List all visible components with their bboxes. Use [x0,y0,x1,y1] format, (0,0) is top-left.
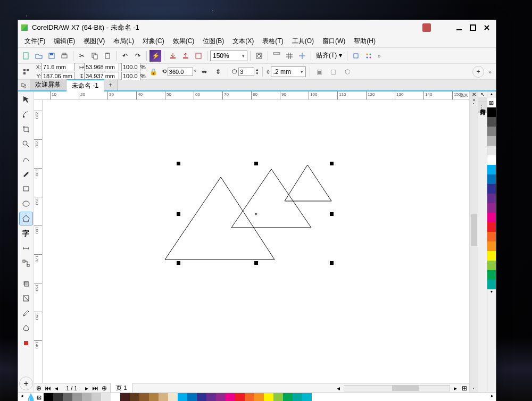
palette-down-icon[interactable]: ▾ [487,289,496,296]
vertical-ruler[interactable]: 220210200190180170160150140 [34,100,43,383]
publish-pdf-button[interactable] [193,50,204,62]
cursor-hint-icon[interactable]: ↖ [478,91,487,97]
color-swatch[interactable] [72,393,82,401]
open-button[interactable] [33,50,45,62]
color-swatch[interactable] [168,393,178,401]
color-swatch[interactable] [487,194,496,203]
collapse-icon[interactable]: ˄ [470,103,478,108]
presets-button[interactable] [20,66,32,78]
selection-handle[interactable] [177,162,180,165]
no-fill-swatch[interactable]: ⊠ [34,393,44,401]
export-button[interactable] [180,50,192,62]
selection-handle[interactable] [254,162,258,165]
to-front-button[interactable]: ▣ [314,66,326,78]
last-page-button[interactable]: ⏭ [92,382,98,393]
paste-button[interactable] [102,50,113,62]
color-swatch[interactable] [120,393,130,401]
menu-tools[interactable]: 工具(O) [288,36,318,47]
import-button[interactable] [167,50,179,62]
scale-y-input[interactable] [121,72,140,80]
menu-bitmaps[interactable]: 位图(B) [198,36,228,47]
color-swatch[interactable] [487,136,496,146]
show-guidelines-button[interactable] [296,50,308,62]
artistic-media-tool[interactable] [19,167,33,181]
color-swatch[interactable] [226,393,235,401]
freehand-tool[interactable] [19,152,33,166]
color-swatch[interactable] [139,393,149,401]
color-swatch[interactable] [254,393,264,401]
color-swatch[interactable] [487,146,496,155]
color-swatch[interactable] [197,393,206,401]
search-content-button[interactable]: ⚡ [149,50,161,62]
palette-right-icon[interactable]: ▸ [488,393,496,401]
propbar-overflow-icon[interactable]: » [486,69,494,75]
color-swatch[interactable] [44,393,53,401]
menu-table[interactable]: 表格(T) [258,36,287,47]
vertical-scrollbar[interactable] [470,108,478,387]
color-swatch[interactable] [487,241,496,251]
next-page-button[interactable]: ▸ [84,382,90,393]
to-back-button[interactable]: ▢ [328,66,339,78]
color-swatch[interactable] [101,393,111,401]
color-swatch[interactable] [487,174,496,184]
rotation-input[interactable] [168,68,193,76]
selection-handle[interactable] [254,261,258,265]
color-swatch[interactable] [487,155,496,165]
convert-curves-button[interactable]: ⬡ [342,66,353,78]
new-button[interactable] [20,50,32,62]
color-swatch[interactable] [159,393,168,401]
color-swatch[interactable] [487,222,496,232]
mirror-h-button[interactable]: ⇔ [198,66,210,78]
toolbox-customize-button[interactable]: ＋ [19,377,33,390]
quick-customize-button[interactable]: ＋ [472,66,484,78]
color-swatch[interactable] [130,393,139,401]
options-button[interactable] [350,50,362,62]
color-swatch[interactable] [178,393,187,401]
crop-tool[interactable] [19,122,33,136]
app-launcher-button[interactable] [363,50,375,62]
docker-hints[interactable]: 提示 [478,97,487,102]
interactive-fill-tool[interactable] [19,321,33,335]
new-tab-button[interactable]: ＋ [104,79,118,90]
minimize-button[interactable] [452,21,466,35]
toolbar-overflow-icon[interactable]: » [376,53,383,59]
horizontal-scrollbar[interactable] [344,385,450,391]
color-swatch[interactable] [487,270,496,280]
color-swatch[interactable] [293,393,302,401]
ellipse-tool[interactable] [19,197,33,211]
tab-document[interactable]: 未命名 -1 [66,79,104,91]
width-input[interactable] [84,63,119,71]
hscroll-left-button[interactable]: ◂ [335,382,342,393]
undo-button[interactable]: ↶ [119,50,131,62]
drawing-canvas[interactable]: × [43,100,469,383]
mirror-v-button[interactable]: ⇕ [212,66,224,78]
pick-tool[interactable] [19,93,33,106]
navigator-button[interactable]: ⊞ [461,382,468,393]
menu-layout[interactable]: 布局(L) [109,36,138,47]
no-color-swatch[interactable]: ⊠ [487,98,496,107]
polygon-sides-input[interactable] [238,68,254,76]
prev-page-button[interactable]: ◂ [53,382,60,393]
docker-align[interactable]: 对齐与分布… [478,102,487,113]
color-swatch[interactable] [487,184,496,194]
sides-spinner[interactable]: ▲▼ [255,68,259,76]
pick-tool-indicator-icon[interactable] [18,80,30,90]
add-page-icon[interactable]: ⊕ [35,382,43,393]
color-swatch[interactable] [264,393,273,401]
tab-welcome[interactable]: 欢迎屏幕 [30,79,66,90]
menu-help[interactable]: 帮助(H) [350,36,380,47]
color-swatch[interactable] [302,393,312,401]
smart-fill-tool[interactable] [19,336,33,350]
cut-button[interactable]: ✂ [76,50,88,62]
color-swatch[interactable] [487,232,496,241]
color-swatch[interactable] [53,393,63,401]
color-swatch[interactable] [487,117,496,127]
color-eyedropper-tool[interactable] [19,306,33,320]
zoom-tool[interactable] [19,137,33,151]
page-tab[interactable]: 页 1 [110,382,132,392]
redo-button[interactable]: ↷ [132,50,144,62]
color-swatch[interactable] [149,393,159,401]
menu-object[interactable]: 对象(C) [138,36,169,47]
menu-text[interactable]: 文本(X) [228,36,258,47]
connector-tool[interactable] [19,256,33,270]
